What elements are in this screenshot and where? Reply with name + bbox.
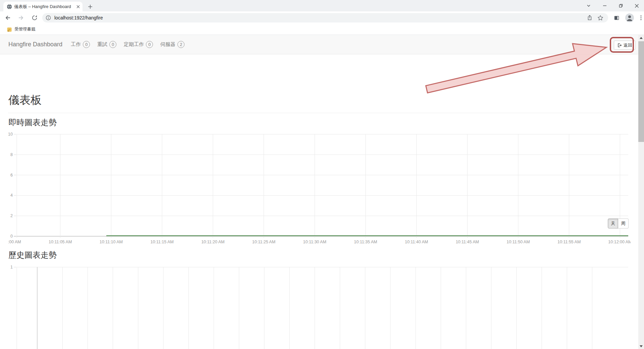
window-chevron-icon[interactable]	[581, 0, 596, 11]
svg-text:1: 1	[10, 265, 13, 269]
page-title-divider	[8, 113, 631, 113]
nav-item-retries[interactable]: 重試 0	[94, 41, 120, 48]
svg-text:10:11:15 AM: 10:11:15 AM	[150, 240, 173, 244]
managed-bookmarks-folder-icon	[7, 27, 12, 32]
browser-tab[interactable]: 儀表板 – Hangfire Dashboard	[3, 2, 83, 11]
scrollbar-thumb[interactable]	[638, 41, 644, 142]
svg-text:8: 8	[10, 152, 13, 157]
svg-text:10:11:30 AM: 10:11:30 AM	[303, 240, 326, 244]
share-icon[interactable]	[587, 15, 593, 21]
hangfire-navbar: Hangfire Dashboard 工作 0 重試 0 定期工作 0 伺服器 …	[0, 35, 644, 54]
svg-text:10:11:20 AM: 10:11:20 AM	[201, 240, 224, 244]
site-info-icon[interactable]	[46, 15, 51, 20]
retries-count-badge: 0	[109, 41, 116, 48]
tab-close-icon[interactable]	[76, 5, 80, 8]
new-tab-button[interactable]	[86, 2, 95, 11]
scrollbar-up-icon[interactable]	[638, 35, 644, 41]
nav-item-label: 伺服器	[160, 41, 175, 48]
window-close-icon[interactable]	[629, 0, 644, 11]
jobs-count-badge: 0	[83, 41, 90, 48]
back-icon[interactable]	[2, 12, 13, 23]
managed-bookmarks-item[interactable]: 受管理書籤	[5, 26, 38, 33]
toggle-week-button[interactable]: 周	[618, 218, 629, 229]
svg-text:10:12:00 AM: 10:12:00 AM	[608, 240, 631, 244]
history-section-title: 歷史圖表走勢	[8, 250, 57, 260]
nav-item-label: 重試	[97, 41, 107, 48]
svg-text:0: 0	[10, 234, 13, 239]
bookmark-label: 受管理書籤	[14, 27, 36, 32]
forward-icon[interactable]	[15, 12, 27, 23]
nav-item-label: 工作	[71, 41, 81, 48]
page-title: 儀表板	[8, 93, 42, 108]
servers-count-badge: 2	[177, 41, 184, 48]
nav-item-jobs[interactable]: 工作 0	[67, 41, 94, 48]
svg-text:10:11:55 AM: 10:11:55 AM	[557, 240, 581, 244]
tab-strip: 儀表板 – Hangfire Dashboard	[0, 0, 644, 11]
history-chart: 0112:00 PM1:00 PM2:00 PM3:00 PM4:00 PM5:…	[8, 265, 631, 349]
realtime-section-title: 即時圖表走勢	[8, 117, 57, 128]
svg-text:6: 6	[10, 173, 13, 178]
window-restore-icon[interactable]	[613, 0, 629, 11]
svg-text:10:11:25 AM: 10:11:25 AM	[252, 240, 275, 244]
svg-text:10:11:35 AM: 10:11:35 AM	[354, 240, 377, 244]
nav-item-recurring-jobs[interactable]: 定期工作 0	[120, 41, 157, 48]
url-text: localhost:1922/hangfire	[54, 15, 587, 20]
page-scrollbar[interactable]	[638, 35, 644, 349]
history-range-toggle: 天 周	[608, 218, 629, 229]
sign-out-icon	[617, 43, 622, 48]
svg-text:4: 4	[10, 193, 13, 198]
svg-text:2: 2	[10, 213, 13, 218]
nav-item-servers[interactable]: 伺服器 2	[157, 41, 188, 48]
hangfire-dashboard-page: Hangfire Dashboard 工作 0 重試 0 定期工作 0 伺服器 …	[0, 35, 644, 349]
svg-text:10:11:05 AM: 10:11:05 AM	[49, 240, 72, 244]
recurring-count-badge: 0	[146, 41, 153, 48]
realtime-chart: 024681010:11:00 AM10:11:05 AM10:11:10 AM…	[8, 132, 631, 245]
url-bar[interactable]: localhost:1922/hangfire	[42, 13, 608, 22]
svg-text:10:11:45 AM: 10:11:45 AM	[456, 240, 479, 244]
svg-text:10:11:40 AM: 10:11:40 AM	[405, 240, 428, 244]
toggle-day-button[interactable]: 天	[608, 218, 618, 229]
tab-title: 儀表板 – Hangfire Dashboard	[14, 4, 74, 10]
back-button[interactable]: 返回	[614, 41, 636, 50]
svg-text:10:11:10 AM: 10:11:10 AM	[100, 240, 123, 244]
favicon	[7, 4, 12, 9]
reload-icon[interactable]	[29, 12, 40, 23]
kebab-menu-icon[interactable]	[638, 15, 644, 21]
scrollbar-down-icon[interactable]	[638, 343, 644, 349]
svg-text:10: 10	[8, 132, 13, 137]
profile-avatar[interactable]	[625, 13, 634, 22]
side-panel-icon[interactable]	[612, 13, 621, 22]
bookmarks-bar: 受管理書籤	[0, 24, 644, 35]
back-button-label: 返回	[624, 42, 632, 48]
navbar-brand[interactable]: Hangfire Dashboard	[8, 41, 62, 48]
bookmark-star-icon[interactable]	[597, 15, 603, 21]
nav-item-label: 定期工作	[124, 41, 144, 48]
svg-text:10:11:00 AM: 10:11:00 AM	[8, 240, 21, 244]
svg-text:10:11:50 AM: 10:11:50 AM	[506, 240, 530, 244]
window-minimize-icon[interactable]	[597, 0, 612, 11]
